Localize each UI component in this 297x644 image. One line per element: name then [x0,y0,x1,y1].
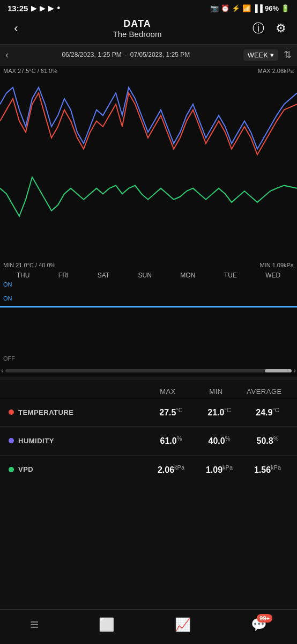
header-center: DATA The Bedroom [25,18,250,39]
week-label: WEEK [248,51,268,59]
nav-data[interactable]: 📈 [175,617,191,632]
media-icon: ▶ [31,4,36,12]
page-subtitle: The Bedroom [25,30,250,39]
end-date: 07/05/2023, 1:25 PM [130,51,190,58]
sort-icon[interactable]: ⇅ [284,49,292,61]
day-wed: WED [265,272,280,279]
vpd-values: 2.06kPa 1.09kPa 1.56kPa [84,464,292,475]
data-icon: 📈 [175,617,191,632]
temperature-avg: 24.9°C [243,407,292,418]
settings-button[interactable]: ⚙ [272,20,289,37]
nav-notifications[interactable]: 💬 99+ [251,617,267,632]
on-label: ON [3,295,12,302]
stats-row-temperature: TEMPERATURE 27.5°C 21.0°C 24.9°C [0,398,297,426]
media-icon3: ▶ [48,4,54,12]
header-min: MIN [192,387,240,396]
nav-controls[interactable]: ≡ [30,616,39,633]
start-date: 06/28/2023, 1:25 PM [62,51,121,58]
scrollbar-thumb[interactable] [265,369,292,372]
chart-container: MAX 27.5°C / 61.0% MAX 2.06kPa MIN 21.0°… [0,65,297,291]
stats-header-row: MAX MIN AVERAGE [0,385,297,398]
humidity-max: 61.0% [147,435,195,446]
humidity-label: HUMIDITY [9,437,84,445]
camera-icon: 📷 [210,4,219,12]
chart-max-right: MAX 2.06kPa [258,68,294,74]
prev-period-button[interactable]: ‹ [5,49,9,61]
scroll-right-icon[interactable]: › [293,366,296,375]
vpd-avg: 1.56kPa [243,464,292,475]
bottom-spacer [0,489,297,537]
on-bar [0,306,297,308]
temperature-label: TEMPERATURE [9,408,84,416]
battery-icon: 🔋 [281,4,289,12]
nav-device[interactable]: ⬜ [99,617,115,632]
chart-svg [0,76,297,267]
scroll-left-icon[interactable]: ‹ [1,366,4,375]
day-fri: FRI [58,272,69,279]
status-time: 13:25 [8,4,28,13]
temperature-values: 27.5°C 21.0°C 24.9°C [84,407,292,418]
status-bar: 13:25 ▶ ▶ ▶ • 📷 ⏰ ⚡ 📶 ▐▐ 96% 🔋 [0,0,297,15]
stats-table: MAX MIN AVERAGE TEMPERATURE 27.5°C 21.0°… [0,380,297,489]
wifi-icon: 📶 [242,4,251,12]
day-mon: MON [180,272,195,279]
date-bar: ‹ 06/28/2023, 1:25 PM - 07/05/2023, 1:25… [0,44,297,65]
controls-icon: ≡ [30,616,39,633]
notification-badge: 99+ [257,614,272,623]
temperature-min: 21.0°C [195,407,243,418]
bluetooth-icon: ⚡ [232,4,240,12]
chevron-down-icon: ▾ [270,51,274,59]
header: ‹ DATA The Bedroom ⓘ ⚙ [0,15,297,44]
signal-icon: ▐▐ [253,4,263,12]
temperature-max: 27.5°C [147,407,195,418]
dot-indicator: • [57,3,60,13]
chart-min-right: MIN 1.09kPa [259,262,294,268]
vpd-min: 1.09kPa [195,464,243,475]
header-max: MAX [144,387,192,396]
day-sun: SUN [138,272,152,279]
vpd-dot [9,467,14,472]
chart-min-left: MIN 21.0°C / 40.0% [3,262,55,268]
header-avg: AVERAGE [240,387,288,396]
humidity-min: 40.0% [195,435,243,446]
day-sat: SAT [98,272,109,279]
off-label: OFF [3,355,15,362]
humidity-avg: 50.8% [243,435,292,446]
chart-on-label: ON [3,281,12,288]
vpd-max: 2.06kPa [147,464,195,475]
page-title: DATA [25,18,250,30]
humidity-values: 61.0% 40.0% 50.8% [84,435,292,446]
temperature-dot [9,409,14,415]
stats-row-vpd: VPD 2.06kPa 1.09kPa 1.56kPa [0,455,297,484]
device-icon: ⬜ [99,617,115,632]
humidity-dot [9,438,14,443]
activity-bar-container: ON OFF ‹ › [0,291,297,377]
bottom-nav: ≡ ⬜ 📈 💬 99+ [0,609,297,644]
vpd-label: VPD [9,465,84,473]
week-selector[interactable]: WEEK ▾ [243,49,278,61]
media-icon2: ▶ [40,4,45,12]
info-button[interactable]: ⓘ [250,20,267,37]
stats-row-humidity: HUMIDITY 61.0% 40.0% 50.8% [0,426,297,455]
battery-percent: 96% [265,4,279,12]
back-button[interactable]: ‹ [8,20,25,37]
chart-days: THU FRI SAT SUN MON TUE WED [0,272,297,279]
date-separator: - [125,51,127,58]
chart-max-left: MAX 27.5°C / 61.0% [3,68,57,74]
alarm-icon: ⏰ [221,4,229,12]
day-thu: THU [17,272,30,279]
day-tue: TUE [224,272,237,279]
scrollbar-track[interactable] [5,369,292,372]
